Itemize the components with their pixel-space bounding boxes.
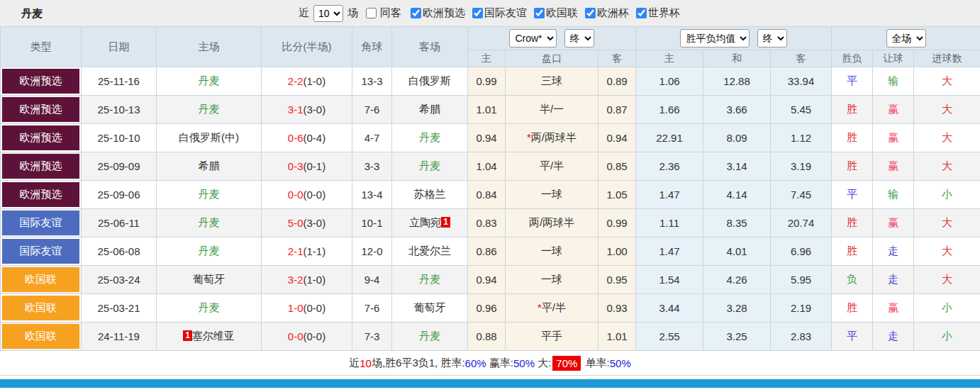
result-handicap: 赢 (888, 103, 898, 115)
summary-text: 大: (535, 357, 551, 370)
result-goals-cell: 大 (914, 152, 980, 181)
result-handicap: 赢 (888, 131, 898, 143)
home-team-name: 白俄罗斯(中) (179, 131, 239, 143)
league-filter-label: 欧国联 (546, 6, 578, 20)
away-team-name: 丹麦 (419, 330, 440, 342)
result-goals: 大 (942, 245, 952, 257)
league-filter-checkbox[interactable] (585, 8, 596, 18)
odds-draw-cell: 3.28 (703, 294, 771, 323)
home-team-name: 丹麦 (199, 74, 220, 86)
ah-line-cell: 三球 (506, 67, 598, 96)
league-cell: 欧洲预选 (1, 96, 82, 124)
score-cell: 2-2(1-0) (262, 67, 352, 96)
match-row: 欧洲预选25-11-16丹麦2-2(1-0)13-3白俄罗斯0.99三球0.89… (1, 67, 980, 96)
result-handicap-cell: 赢 (873, 96, 914, 124)
result-handicap: 赢 (888, 159, 898, 172)
result-wdl: 平 (847, 188, 857, 200)
match-date: 25-09-06 (97, 189, 140, 201)
same-venue-checkbox[interactable] (366, 8, 377, 18)
match-date: 25-06-08 (97, 245, 140, 257)
subcol-odds-away: 客 (771, 50, 832, 67)
league-filter-checkbox[interactable] (636, 8, 647, 18)
match-row: 国际友谊25-06-08丹麦2-1(1-1)12-0北爱尔兰0.86一球1.00… (1, 237, 980, 266)
avg-away-odds: 7.45 (791, 189, 811, 201)
corners-value: 7-6 (364, 302, 380, 314)
corners-cell: 10-1 (352, 209, 392, 237)
avg-odds-state-select[interactable]: 终 (757, 29, 787, 47)
ah-line: 一球 (541, 188, 562, 200)
scope-select[interactable]: 全场 (886, 29, 926, 47)
ah-home-odds-cell: 0.83 (468, 209, 506, 237)
result-goals-cell: 小 (914, 181, 980, 209)
away-team-name: 葡萄牙 (414, 301, 446, 313)
league-cell: 欧洲预选 (1, 124, 82, 152)
bookmaker-select[interactable]: Crow* (509, 29, 557, 47)
home-team-cell: 丹麦 (157, 96, 262, 124)
avg-odds-header-group: 胜平负均值 终 (636, 27, 832, 50)
match-date: 25-09-09 (97, 160, 140, 172)
odds-away-cell: 3.19 (771, 152, 832, 181)
fulltime-score: 2-2 (288, 75, 304, 87)
avg-home-odds: 3.44 (659, 302, 679, 314)
odds-away-cell: 7.45 (771, 181, 832, 209)
result-wdl: 平 (847, 74, 857, 86)
ah-line: 两/两球半 (531, 131, 577, 143)
avg-home-odds: 1.47 (659, 189, 679, 201)
avg-draw-odds: 3.14 (726, 160, 747, 172)
home-team-cell: 丹麦 (157, 209, 262, 237)
result-goals: 小 (942, 188, 952, 200)
result-goals: 大 (942, 273, 952, 285)
date-cell: 25-09-09 (82, 152, 157, 181)
corners-cell: 3-3 (352, 152, 392, 181)
ah-away-odds: 0.99 (606, 217, 627, 229)
ah-home-odds: 0.84 (476, 189, 496, 201)
ah-away-odds: 0.85 (606, 160, 627, 172)
result-goals-cell: 大 (914, 67, 980, 96)
result-goals: 大 (942, 131, 952, 143)
ah-away-odds-cell: 0.93 (598, 294, 636, 323)
col-header-type: 类型 (1, 27, 82, 67)
avg-home-odds: 1.54 (659, 274, 679, 286)
avg-away-odds: 5.45 (791, 103, 811, 116)
ah-away-odds-cell: 0.99 (598, 209, 636, 237)
league-filter-checkbox[interactable] (411, 8, 421, 18)
away-team-cell: 希腊 (392, 96, 468, 124)
avg-home-odds: 1.06 (659, 75, 679, 87)
score-cell: 5-0(3-0) (262, 209, 352, 237)
away-team-name: 白俄罗斯 (408, 74, 451, 86)
ah-away-odds-cell: 1.00 (598, 237, 636, 266)
ah-home-odds: 0.94 (476, 132, 496, 144)
corners-value: 12-0 (361, 245, 382, 257)
ah-line: 一球 (541, 273, 562, 285)
odds-draw-cell: 4.01 (703, 237, 771, 266)
league-badge: 欧洲预选 (2, 125, 79, 150)
league-filter-checkbox[interactable] (472, 8, 483, 18)
ah-away-odds-cell: 0.85 (598, 152, 636, 181)
avg-away-odds: 20.74 (788, 217, 815, 229)
away-team-cell: 白俄罗斯 (392, 67, 468, 96)
home-team-name: 塞尔维亚 (192, 330, 235, 342)
top-filter-bar: 丹麦 近 10 场 同客 欧洲预选国际友谊欧国联欧洲杯世界杯 (0, 0, 980, 26)
corners-value: 3-3 (364, 160, 380, 172)
avg-odds-select[interactable]: 胜平负均值 (680, 29, 750, 47)
league-filter-checkbox[interactable] (534, 8, 545, 18)
ah-home-odds: 0.94 (476, 274, 496, 286)
result-handicap: 走 (888, 330, 898, 342)
match-date: 25-06-11 (98, 217, 140, 229)
bookmaker-state-select[interactable]: 终 (564, 29, 594, 47)
subcol-result-goals: 进球数 (914, 50, 980, 67)
recent-count-select[interactable]: 10 (313, 5, 343, 22)
result-goals-cell: 大 (914, 237, 980, 266)
result-goals: 大 (942, 74, 952, 86)
summary-stats-line: 近10场,胜6平3负1, 胜率:60% 赢率:50% 大:70% 单率:50% (0, 351, 980, 376)
result-wdl: 胜 (847, 131, 857, 143)
ah-line: 平手 (541, 330, 562, 342)
home-team-name: 葡萄牙 (193, 273, 225, 285)
avg-home-odds: 2.36 (659, 160, 679, 172)
match-row: 欧洲预选25-09-09希腊0-3(0-1)3-3丹麦1.04平/半0.852.… (1, 152, 980, 181)
odds-away-cell: 2.83 (771, 323, 832, 351)
result-wdl-cell: 胜 (832, 152, 873, 181)
odds-home-cell: 3.44 (636, 294, 703, 323)
ah-line-cell: 平/半 (506, 152, 598, 181)
away-team-cell: 苏格兰 (392, 181, 468, 209)
